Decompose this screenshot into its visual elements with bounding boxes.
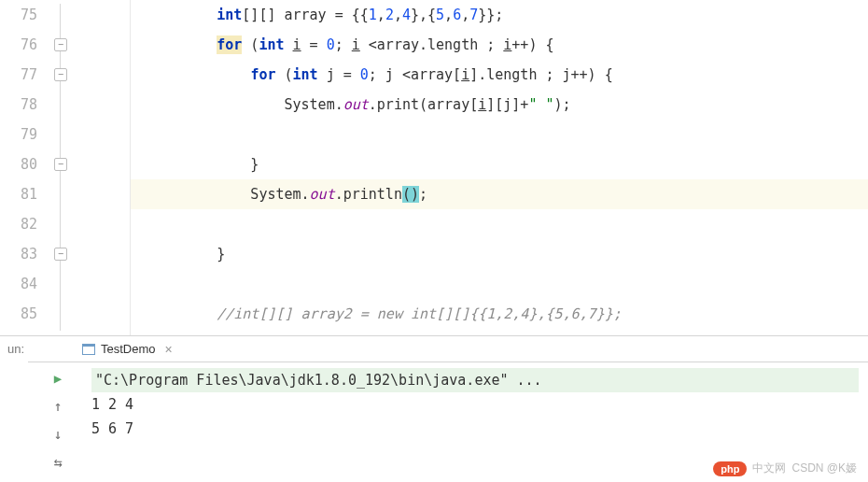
soft-wrap-button[interactable]: ⇆ — [48, 452, 68, 473]
fold-open-icon[interactable]: − — [54, 68, 67, 81]
fold-close-icon[interactable]: − — [54, 158, 67, 171]
code-line[interactable]: for (int j = 0; j <array[i].length ; j++… — [131, 60, 868, 90]
code-editor[interactable]: 7576777879808182838485 −−−− int[][] arra… — [0, 0, 868, 336]
code-line[interactable]: //int[][] array2 = new int[][]{{1,2,4},{… — [131, 299, 868, 329]
fold-open-icon[interactable]: − — [54, 38, 67, 51]
line-number: 85 — [0, 299, 37, 329]
run-tabs: TestDemo × — [28, 336, 868, 362]
fold-close-icon[interactable]: − — [54, 248, 67, 261]
line-number: 76 — [0, 30, 37, 60]
line-number-gutter: 7576777879808182838485 — [0, 0, 47, 335]
line-number: 79 — [0, 120, 37, 149]
console-line: 1 2 4 — [91, 392, 859, 417]
scroll-down-button[interactable]: ↓ — [48, 424, 68, 445]
code-line[interactable]: } — [131, 149, 868, 179]
console-command: "C:\Program Files\Java\jdk1.8.0_192\bin\… — [91, 368, 859, 392]
fold-gutter[interactable]: −−−− — [47, 0, 131, 335]
code-line[interactable]: System.out.println(); — [131, 179, 868, 209]
code-line[interactable] — [131, 120, 868, 149]
code-line[interactable] — [131, 269, 868, 299]
line-number: 77 — [0, 60, 37, 90]
run-tab-testdemo[interactable]: TestDemo × — [73, 338, 182, 361]
run-label: un: — [0, 336, 28, 482]
line-number: 78 — [0, 90, 37, 120]
tab-label: TestDemo — [101, 342, 156, 356]
console-line: 5 6 7 — [91, 417, 859, 441]
close-icon[interactable]: × — [165, 342, 173, 357]
code-line[interactable]: for (int i = 0; i <array.length ; i++) { — [131, 30, 868, 60]
rerun-button[interactable]: ▶ — [48, 368, 68, 389]
application-icon — [82, 344, 95, 355]
line-number: 84 — [0, 269, 37, 299]
code-line[interactable]: System.out.print(array[i][j]+" "); — [131, 90, 868, 120]
code-line[interactable] — [131, 209, 868, 239]
line-number: 83 — [0, 239, 37, 269]
line-number: 80 — [0, 149, 37, 179]
line-number: 82 — [0, 209, 37, 239]
scroll-up-button[interactable]: ↑ — [48, 396, 68, 417]
code-line[interactable]: int[][] array = {{1,2,4},{5,6,7}}; — [131, 0, 868, 30]
code-area[interactable]: int[][] array = {{1,2,4},{5,6,7}}; for (… — [131, 0, 868, 335]
code-line[interactable]: } — [131, 239, 868, 269]
watermark: php 中文网 CSDN @K嫒 — [713, 461, 857, 476]
run-toolbar: ▶ ↑ ↓ ⇆ — [28, 362, 82, 482]
line-number: 81 — [0, 179, 37, 209]
line-number: 75 — [0, 0, 37, 30]
